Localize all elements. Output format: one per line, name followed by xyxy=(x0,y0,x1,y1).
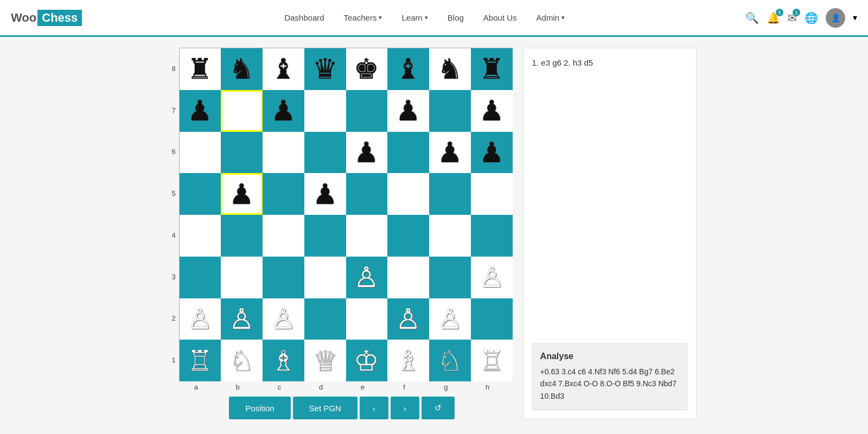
cell-e5[interactable] xyxy=(346,173,388,215)
cell-a2[interactable]: ♙ xyxy=(180,298,221,340)
notifications-button[interactable]: 🔔 0 xyxy=(767,11,780,24)
cell-d5[interactable]: ♟ xyxy=(304,173,346,215)
nav-blog[interactable]: Blog xyxy=(440,9,471,27)
logo[interactable]: Woo Chess xyxy=(11,10,82,26)
cell-b2[interactable]: ♙ xyxy=(221,298,263,340)
header-right: 🔍 🔔 0 ✉ 1 🌐 👤 ▾ xyxy=(745,8,857,28)
messages-badge: 1 xyxy=(793,9,800,16)
nav-about[interactable]: About Us xyxy=(476,9,525,27)
cell-e8[interactable]: ♚ xyxy=(346,48,388,90)
cell-c7[interactable]: ♟ xyxy=(263,90,304,132)
language-button[interactable]: 🌐 xyxy=(805,11,818,24)
rank-2: 2 xyxy=(171,298,175,340)
analysis-panel: 1. e3 g6 2. h3 d5 Analyse +0.63 3.c4 c6 … xyxy=(523,48,697,419)
cell-c8[interactable]: ♝ xyxy=(263,48,304,90)
file-f: f xyxy=(384,383,425,391)
rank-labels: 8 7 6 5 4 3 2 1 xyxy=(171,48,178,381)
cell-h6[interactable]: ♟ xyxy=(471,132,513,174)
cell-e7[interactable] xyxy=(346,90,388,132)
cell-f2[interactable]: ♙ xyxy=(387,298,429,340)
cell-b7[interactable] xyxy=(221,90,263,132)
rank-7: 7 xyxy=(171,90,175,131)
rank-8: 8 xyxy=(171,48,175,90)
analyse-box: Analyse +0.63 3.c4 c6 4.Nf3 Nf6 5.d4 Bg7… xyxy=(532,343,687,410)
cell-h2[interactable] xyxy=(471,298,513,340)
messages-button[interactable]: ✉ 1 xyxy=(788,11,797,24)
cell-c2[interactable]: ♙ xyxy=(263,298,304,340)
file-labels: a b c d e f g h xyxy=(175,383,508,391)
cell-a8[interactable]: ♜ xyxy=(180,48,221,90)
chess-board[interactable]: ♜♞♝♛♚♝♞♜♟♟♟♟♟♟♟♟♟♙♙♙♙♙♙♙♖♘♗♕♔♗♘♖ xyxy=(179,48,512,381)
cell-g4[interactable] xyxy=(429,215,471,257)
cell-f8[interactable]: ♝ xyxy=(387,48,429,90)
cell-c3[interactable] xyxy=(263,257,304,298)
cell-h1[interactable]: ♖ xyxy=(471,340,513,381)
nav-learn[interactable]: Learn ▾ xyxy=(394,9,435,27)
cell-c4[interactable] xyxy=(263,215,304,257)
file-h: h xyxy=(467,383,508,391)
search-button[interactable]: 🔍 xyxy=(745,11,759,24)
rank-4: 4 xyxy=(171,214,175,256)
reset-button[interactable]: ↺ xyxy=(422,397,455,419)
cell-d6[interactable] xyxy=(304,132,346,174)
cell-f3[interactable] xyxy=(387,257,429,298)
cell-b8[interactable]: ♞ xyxy=(221,48,263,90)
cell-a3[interactable] xyxy=(180,257,221,298)
cell-b5[interactable]: ♟ xyxy=(221,173,263,215)
chevron-down-icon: ▾ xyxy=(379,14,382,21)
cell-g7[interactable] xyxy=(429,90,471,132)
cell-b4[interactable] xyxy=(221,215,263,257)
cell-d7[interactable] xyxy=(304,90,346,132)
cell-g3[interactable] xyxy=(429,257,471,298)
cell-a1[interactable]: ♖ xyxy=(180,340,221,381)
cell-c1[interactable]: ♗ xyxy=(263,340,304,381)
next-button[interactable]: › xyxy=(391,397,419,419)
chess-area: 8 7 6 5 4 3 2 1 ♜♞♝♛♚♝♞♜♟♟♟♟♟♟♟♟♟♙♙♙♙♙♙♙… xyxy=(171,48,512,419)
nav-dashboard[interactable]: Dashboard xyxy=(277,9,331,27)
cell-a4[interactable] xyxy=(180,215,221,257)
user-menu-chevron[interactable]: ▾ xyxy=(853,12,857,23)
cell-a7[interactable]: ♟ xyxy=(180,90,221,132)
cell-d3[interactable] xyxy=(304,257,346,298)
cell-h7[interactable]: ♟ xyxy=(471,90,513,132)
cell-e2[interactable] xyxy=(346,298,388,340)
cell-d4[interactable] xyxy=(304,215,346,257)
prev-button[interactable]: ‹ xyxy=(360,397,388,419)
cell-f5[interactable] xyxy=(387,173,429,215)
cell-e4[interactable] xyxy=(346,215,388,257)
cell-g5[interactable] xyxy=(429,173,471,215)
cell-e1[interactable]: ♔ xyxy=(346,340,388,381)
rank-5: 5 xyxy=(171,173,175,214)
set-pgn-button[interactable]: Set PGN xyxy=(293,397,358,419)
cell-g2[interactable]: ♙ xyxy=(429,298,471,340)
cell-e3[interactable]: ♙ xyxy=(346,257,388,298)
cell-b3[interactable] xyxy=(221,257,263,298)
header: Woo Chess Dashboard Teachers ▾ Learn ▾ B… xyxy=(0,0,868,37)
cell-d1[interactable]: ♕ xyxy=(304,340,346,381)
cell-h5[interactable] xyxy=(471,173,513,215)
cell-h4[interactable] xyxy=(471,215,513,257)
cell-g6[interactable]: ♟ xyxy=(429,132,471,174)
cell-d8[interactable]: ♛ xyxy=(304,48,346,90)
cell-f7[interactable]: ♟ xyxy=(387,90,429,132)
nav-admin[interactable]: Admin ▾ xyxy=(529,9,573,27)
nav-teachers[interactable]: Teachers ▾ xyxy=(336,9,390,27)
cell-h3[interactable]: ♙ xyxy=(471,257,513,298)
cell-d2[interactable] xyxy=(304,298,346,340)
cell-h8[interactable]: ♜ xyxy=(471,48,513,90)
cell-b1[interactable]: ♘ xyxy=(221,340,263,381)
cell-a6[interactable] xyxy=(180,132,221,174)
cell-c6[interactable] xyxy=(263,132,304,174)
position-button[interactable]: Position xyxy=(229,397,290,419)
cell-f1[interactable]: ♗ xyxy=(387,340,429,381)
cell-g1[interactable]: ♘ xyxy=(429,340,471,381)
cell-b6[interactable] xyxy=(221,132,263,174)
cell-f6[interactable] xyxy=(387,132,429,174)
cell-g8[interactable]: ♞ xyxy=(429,48,471,90)
cell-a5[interactable] xyxy=(180,173,221,215)
cell-e6[interactable]: ♟ xyxy=(346,132,388,174)
user-avatar[interactable]: 👤 xyxy=(826,8,845,28)
cell-f4[interactable] xyxy=(387,215,429,257)
cell-c5[interactable] xyxy=(263,173,304,215)
chevron-down-icon: ▾ xyxy=(561,14,565,21)
